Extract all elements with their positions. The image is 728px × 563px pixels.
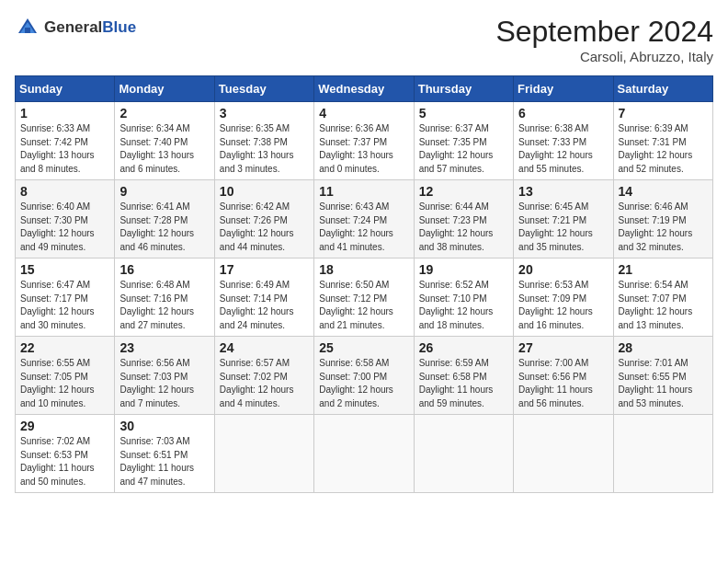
calendar-cell bbox=[214, 415, 313, 493]
calendar-cell: 2 Sunrise: 6:34 AMSunset: 7:40 PMDayligh… bbox=[115, 102, 214, 180]
day-detail: Sunrise: 6:33 AMSunset: 7:42 PMDaylight:… bbox=[20, 122, 109, 176]
calendar-week-row: 22 Sunrise: 6:55 AMSunset: 7:05 PMDaylig… bbox=[16, 337, 713, 415]
day-number: 28 bbox=[619, 340, 708, 355]
day-number: 14 bbox=[619, 184, 708, 199]
calendar-cell: 22 Sunrise: 6:55 AMSunset: 7:05 PMDaylig… bbox=[16, 337, 115, 415]
day-detail: Sunrise: 6:52 AMSunset: 7:10 PMDaylight:… bbox=[419, 279, 508, 332]
logo-text: GeneralBlue bbox=[44, 19, 136, 37]
calendar-cell: 12 Sunrise: 6:44 AMSunset: 7:23 PMDaylig… bbox=[414, 180, 513, 259]
day-detail: Sunrise: 7:01 AMSunset: 6:55 PMDaylight:… bbox=[619, 357, 708, 410]
day-detail: Sunrise: 6:50 AMSunset: 7:12 PMDaylight:… bbox=[319, 279, 408, 332]
day-detail: Sunrise: 7:00 AMSunset: 6:56 PMDaylight:… bbox=[518, 357, 608, 410]
day-detail: Sunrise: 7:02 AMSunset: 6:53 PMDaylight:… bbox=[20, 435, 109, 488]
calendar-cell: 10 Sunrise: 6:42 AMSunset: 7:26 PMDaylig… bbox=[214, 180, 313, 259]
calendar-cell: 30 Sunrise: 7:03 AMSunset: 6:51 PMDaylig… bbox=[115, 415, 214, 493]
calendar-cell: 4 Sunrise: 6:36 AMSunset: 7:37 PMDayligh… bbox=[314, 102, 414, 180]
day-detail: Sunrise: 6:39 AMSunset: 7:31 PMDaylight:… bbox=[619, 122, 708, 176]
day-detail: Sunrise: 7:03 AMSunset: 6:51 PMDaylight:… bbox=[119, 435, 209, 488]
day-number: 16 bbox=[119, 262, 209, 277]
calendar-week-row: 8 Sunrise: 6:40 AMSunset: 7:30 PMDayligh… bbox=[16, 180, 713, 259]
day-number: 3 bbox=[220, 106, 309, 121]
calendar-cell: 5 Sunrise: 6:37 AMSunset: 7:35 PMDayligh… bbox=[414, 102, 513, 180]
calendar-cell: 9 Sunrise: 6:41 AMSunset: 7:28 PMDayligh… bbox=[115, 180, 214, 259]
calendar-cell: 8 Sunrise: 6:40 AMSunset: 7:30 PMDayligh… bbox=[16, 180, 115, 259]
day-detail: Sunrise: 6:40 AMSunset: 7:30 PMDaylight:… bbox=[20, 201, 109, 254]
day-number: 21 bbox=[619, 262, 708, 277]
calendar-cell: 27 Sunrise: 7:00 AMSunset: 6:56 PMDaylig… bbox=[514, 337, 613, 415]
calendar-cell: 20 Sunrise: 6:53 AMSunset: 7:09 PMDaylig… bbox=[514, 259, 613, 337]
day-detail: Sunrise: 6:38 AMSunset: 7:33 PMDaylight:… bbox=[518, 122, 608, 176]
day-header-sunday: Sunday bbox=[16, 76, 115, 102]
calendar-cell: 7 Sunrise: 6:39 AMSunset: 7:31 PMDayligh… bbox=[613, 102, 712, 180]
day-number: 15 bbox=[20, 262, 109, 277]
day-number: 6 bbox=[518, 106, 608, 121]
day-detail: Sunrise: 6:44 AMSunset: 7:23 PMDaylight:… bbox=[419, 201, 508, 254]
day-header-friday: Friday bbox=[514, 76, 613, 102]
day-detail: Sunrise: 6:34 AMSunset: 7:40 PMDaylight:… bbox=[119, 122, 209, 176]
calendar-cell: 17 Sunrise: 6:49 AMSunset: 7:14 PMDaylig… bbox=[214, 259, 313, 337]
day-number: 11 bbox=[319, 184, 408, 199]
calendar-cell: 16 Sunrise: 6:48 AMSunset: 7:16 PMDaylig… bbox=[115, 259, 214, 337]
calendar-cell: 25 Sunrise: 6:58 AMSunset: 7:00 PMDaylig… bbox=[314, 337, 414, 415]
day-detail: Sunrise: 6:49 AMSunset: 7:14 PMDaylight:… bbox=[220, 279, 309, 332]
day-header-wednesday: Wednesday bbox=[314, 76, 414, 102]
day-detail: Sunrise: 6:58 AMSunset: 7:00 PMDaylight:… bbox=[319, 357, 408, 410]
day-detail: Sunrise: 6:46 AMSunset: 7:19 PMDaylight:… bbox=[619, 201, 708, 254]
calendar-cell bbox=[613, 415, 712, 493]
day-number: 23 bbox=[119, 340, 209, 355]
day-number: 8 bbox=[20, 184, 109, 199]
page-header: GeneralBlue September 2024 Carsoli, Abru… bbox=[15, 15, 713, 64]
day-number: 27 bbox=[518, 340, 608, 355]
day-number: 30 bbox=[119, 419, 209, 433]
location: Carsoli, Abruzzo, Italy bbox=[495, 49, 713, 64]
day-number: 18 bbox=[319, 262, 408, 277]
day-number: 20 bbox=[518, 262, 608, 277]
logo: GeneralBlue bbox=[15, 15, 136, 40]
day-detail: Sunrise: 6:41 AMSunset: 7:28 PMDaylight:… bbox=[119, 201, 209, 254]
logo-general: General bbox=[44, 18, 102, 36]
day-detail: Sunrise: 6:45 AMSunset: 7:21 PMDaylight:… bbox=[518, 201, 608, 254]
day-detail: Sunrise: 6:54 AMSunset: 7:07 PMDaylight:… bbox=[619, 279, 708, 332]
day-number: 2 bbox=[119, 106, 209, 121]
calendar-cell: 18 Sunrise: 6:50 AMSunset: 7:12 PMDaylig… bbox=[314, 259, 414, 337]
day-header-monday: Monday bbox=[115, 76, 214, 102]
day-number: 17 bbox=[220, 262, 309, 277]
month-title: September 2024 bbox=[495, 15, 713, 49]
day-number: 4 bbox=[319, 106, 408, 121]
calendar-week-row: 15 Sunrise: 6:47 AMSunset: 7:17 PMDaylig… bbox=[16, 259, 713, 337]
day-header-thursday: Thursday bbox=[414, 76, 513, 102]
calendar-cell: 14 Sunrise: 6:46 AMSunset: 7:19 PMDaylig… bbox=[613, 180, 712, 259]
day-detail: Sunrise: 6:47 AMSunset: 7:17 PMDaylight:… bbox=[20, 279, 109, 332]
title-block: September 2024 Carsoli, Abruzzo, Italy bbox=[495, 15, 713, 64]
day-detail: Sunrise: 6:43 AMSunset: 7:24 PMDaylight:… bbox=[319, 201, 408, 254]
day-number: 26 bbox=[419, 340, 508, 355]
day-number: 29 bbox=[20, 419, 109, 433]
day-number: 24 bbox=[220, 340, 309, 355]
day-detail: Sunrise: 6:57 AMSunset: 7:02 PMDaylight:… bbox=[220, 357, 309, 410]
logo-icon bbox=[15, 15, 40, 40]
day-detail: Sunrise: 6:55 AMSunset: 7:05 PMDaylight:… bbox=[20, 357, 109, 410]
day-number: 5 bbox=[419, 106, 508, 121]
calendar-cell: 11 Sunrise: 6:43 AMSunset: 7:24 PMDaylig… bbox=[314, 180, 414, 259]
svg-rect-2 bbox=[25, 28, 30, 33]
calendar-table: SundayMondayTuesdayWednesdayThursdayFrid… bbox=[15, 75, 713, 493]
calendar-cell: 1 Sunrise: 6:33 AMSunset: 7:42 PMDayligh… bbox=[16, 102, 115, 180]
day-number: 25 bbox=[319, 340, 408, 355]
calendar-cell bbox=[414, 415, 513, 493]
calendar-cell bbox=[314, 415, 414, 493]
day-number: 19 bbox=[419, 262, 508, 277]
calendar-cell bbox=[514, 415, 613, 493]
calendar-cell: 13 Sunrise: 6:45 AMSunset: 7:21 PMDaylig… bbox=[514, 180, 613, 259]
day-detail: Sunrise: 6:59 AMSunset: 6:58 PMDaylight:… bbox=[419, 357, 508, 410]
day-detail: Sunrise: 6:35 AMSunset: 7:38 PMDaylight:… bbox=[220, 122, 309, 176]
logo-blue: Blue bbox=[102, 18, 136, 36]
calendar-cell: 21 Sunrise: 6:54 AMSunset: 7:07 PMDaylig… bbox=[613, 259, 712, 337]
day-detail: Sunrise: 6:53 AMSunset: 7:09 PMDaylight:… bbox=[518, 279, 608, 332]
day-number: 10 bbox=[220, 184, 309, 199]
calendar-cell: 15 Sunrise: 6:47 AMSunset: 7:17 PMDaylig… bbox=[16, 259, 115, 337]
calendar-cell: 3 Sunrise: 6:35 AMSunset: 7:38 PMDayligh… bbox=[214, 102, 313, 180]
day-number: 7 bbox=[619, 106, 708, 121]
calendar-cell: 24 Sunrise: 6:57 AMSunset: 7:02 PMDaylig… bbox=[214, 337, 313, 415]
day-detail: Sunrise: 6:48 AMSunset: 7:16 PMDaylight:… bbox=[119, 279, 209, 332]
day-number: 12 bbox=[419, 184, 508, 199]
